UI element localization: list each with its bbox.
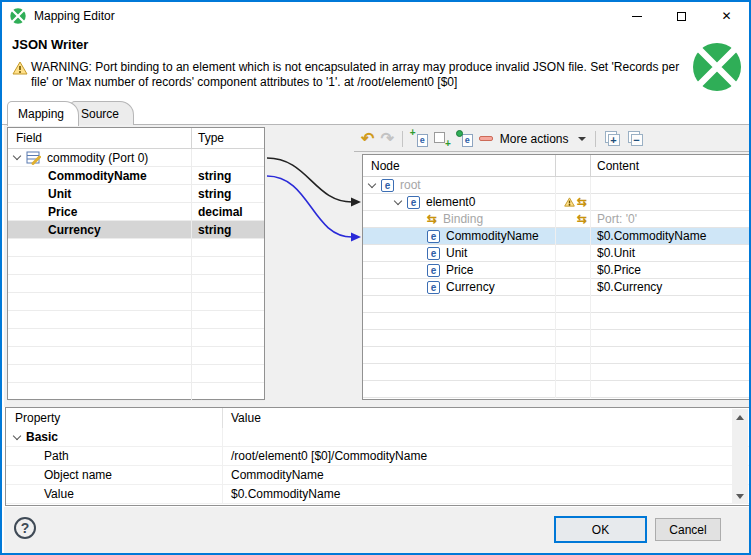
port-record-label: commodity (Port 0) (47, 151, 148, 165)
element-icon: e (427, 230, 440, 243)
remove-icon (479, 136, 493, 141)
property-name: Object name (6, 466, 223, 485)
empty-row (8, 239, 264, 257)
field-row-selected[interactable]: Currency string (8, 221, 264, 239)
add-element-button[interactable]: e+ (408, 129, 431, 149)
property-group-basic[interactable]: Basic (6, 428, 749, 447)
expand-all-button[interactable]: + (601, 129, 624, 149)
node-row[interactable]: e Currency $0.Currency (363, 279, 749, 296)
help-button[interactable]: ? (14, 517, 36, 539)
column-header-content: Content (591, 159, 749, 173)
node-label: Price (446, 263, 473, 277)
mapping-tab-content: Field Type commodity (Port 0) Comm (4, 125, 751, 407)
maximize-button[interactable] (659, 2, 704, 30)
empty-row (363, 313, 749, 330)
collapse-all-icon: − (627, 130, 644, 147)
output-node-table: Node Content e root e element0 (362, 154, 750, 400)
dropdown-caret-icon (578, 137, 586, 141)
empty-row (8, 275, 264, 293)
node-row[interactable]: e Price $0.Price (363, 262, 749, 279)
node-row-selected[interactable]: e CommodityName $0.CommodityName (363, 228, 749, 245)
ok-button[interactable]: OK (554, 516, 647, 543)
field-row[interactable]: Unit string (8, 185, 264, 203)
clover-logo (692, 42, 742, 92)
add-attribute-button[interactable]: + (431, 129, 453, 149)
scroll-down-icon (736, 494, 744, 499)
mapping-editor-dialog: Mapping Editor ✕ JSON Writer WARNING: Po… (0, 0, 751, 555)
empty-row (8, 383, 264, 401)
binding-icon: ⇆ (577, 196, 587, 208)
field-name: CommodityName (8, 167, 192, 185)
column-header-flags (556, 155, 591, 177)
property-name: Value (6, 485, 223, 504)
chevron-down-icon[interactable] (368, 179, 376, 187)
title-bar[interactable]: Mapping Editor ✕ (2, 2, 749, 30)
tab-mapping[interactable]: Mapping (7, 101, 79, 126)
node-row-root[interactable]: e root (363, 177, 749, 194)
component-title: JSON Writer (12, 37, 88, 52)
empty-row (8, 329, 264, 347)
scroll-down-button[interactable] (732, 488, 748, 504)
node-label: Unit (446, 246, 467, 260)
property-row-object-name[interactable]: Object name CommodityName (6, 466, 749, 485)
node-content: $0.Unit (591, 246, 749, 260)
node-content: Port: '0' (591, 212, 749, 226)
element-icon: e (427, 281, 440, 294)
minimize-button[interactable] (614, 2, 659, 30)
node-content: $0.CommodityName (591, 229, 749, 243)
more-actions-label: More actions (500, 132, 569, 146)
redo-button[interactable]: ↷ (377, 129, 396, 149)
more-actions-button[interactable]: More actions (496, 129, 590, 149)
node-label: root (400, 178, 421, 192)
node-label: Currency (446, 280, 495, 294)
tab-source[interactable]: Source (70, 101, 134, 125)
element-icon: e (427, 264, 440, 277)
add-attribute-icon: + (434, 131, 450, 147)
node-row-element0[interactable]: e element0 ⇆ (363, 194, 749, 211)
field-name: Currency (8, 221, 192, 239)
undo-icon: ↶ (361, 131, 374, 147)
node-content: $0.Currency (591, 280, 749, 294)
field-row[interactable]: CommodityName string (8, 167, 264, 185)
column-header-type: Type (192, 131, 264, 145)
property-value: $0.CommodityName (223, 487, 749, 501)
chevron-down-icon[interactable] (394, 196, 402, 204)
element-icon: e (407, 196, 420, 209)
warning-message: WARNING: Port binding to an element whic… (31, 60, 681, 90)
vertical-scrollbar[interactable] (732, 409, 748, 504)
property-group-label: Basic (26, 430, 58, 444)
scroll-up-button[interactable] (732, 409, 748, 425)
field-row[interactable]: Price decimal (8, 203, 264, 221)
column-header-field: Field (8, 128, 192, 149)
warning-icon (564, 197, 575, 207)
column-header-node: Node (363, 155, 556, 177)
node-row[interactable]: e Unit $0.Unit (363, 245, 749, 262)
chevron-down-icon[interactable] (13, 152, 21, 160)
input-field-table: Field Type commodity (Port 0) Comm (7, 127, 265, 400)
field-type: string (192, 187, 264, 201)
cancel-button[interactable]: Cancel (655, 518, 721, 541)
property-row-value[interactable]: Value $0.CommodityName (6, 485, 749, 504)
undo-button[interactable]: ↶ (358, 129, 377, 149)
column-header-value: Value (223, 411, 749, 425)
node-label: CommodityName (446, 229, 539, 243)
empty-row (363, 381, 749, 398)
node-toolbar: ↶ ↷ e+ + e More actions (358, 127, 750, 150)
node-row-binding[interactable]: ⇆ Binding ⇆ Port: '0' (363, 211, 749, 228)
property-row-path[interactable]: Path /root/element0 [$0]/CommodityName (6, 447, 749, 466)
column-header-property: Property (6, 408, 223, 428)
element-icon: e (427, 247, 440, 260)
chevron-down-icon[interactable] (13, 431, 21, 439)
empty-row (363, 296, 749, 313)
collapse-all-button[interactable]: − (624, 129, 647, 149)
close-button[interactable]: ✕ (704, 2, 749, 30)
remove-button[interactable] (476, 129, 496, 149)
empty-row (8, 293, 264, 311)
add-wildcard-element-button[interactable]: e (453, 129, 476, 149)
port-record-row[interactable]: commodity (Port 0) (8, 149, 264, 167)
mapping-arrows (262, 150, 364, 270)
field-type: string (192, 223, 264, 237)
binding-icon: ⇆ (577, 213, 587, 225)
clover-app-icon (10, 8, 26, 24)
empty-row (363, 330, 749, 347)
